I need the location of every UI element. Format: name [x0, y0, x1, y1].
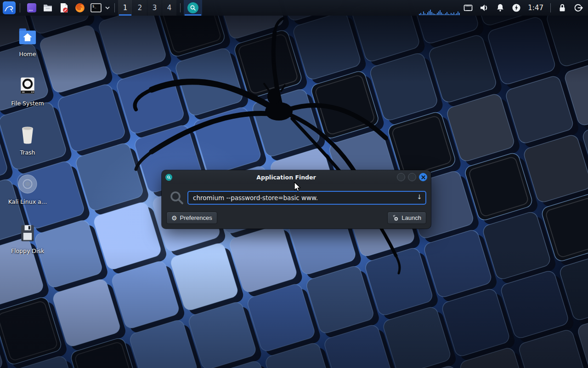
desktop-icon-home[interactable]: Home: [4, 21, 51, 70]
active-workspace-indicator: [119, 14, 131, 16]
volume-icon: [479, 2, 490, 13]
run-gears-icon: [392, 215, 399, 221]
launcher-text-editor[interactable]: [56, 0, 72, 16]
bell-icon: [495, 2, 506, 13]
application-finder-icon: [187, 2, 198, 13]
close-button[interactable]: [419, 173, 427, 181]
applications-menu-button[interactable]: [2, 0, 17, 16]
launch-button[interactable]: Launch: [387, 212, 426, 224]
desktop-icon-label: Home: [19, 51, 36, 58]
desktop-icon-grid: Home File System Trash: [4, 21, 51, 267]
desktop-icon-file-system[interactable]: File System: [4, 70, 51, 120]
preferences-button[interactable]: ⚙ Preferences: [166, 212, 217, 224]
panel-separator: [550, 3, 551, 12]
desktop-icon-label: Trash: [20, 149, 35, 156]
desktop-icon-label: Floppy Disk: [11, 247, 44, 254]
window-app-icon: [165, 174, 175, 181]
cpu-graph[interactable]: [418, 0, 460, 16]
volume-tray-button[interactable]: [476, 0, 492, 16]
workspace-label: 2: [138, 4, 142, 12]
minimize-button[interactable]: [397, 173, 405, 181]
lock-screen-button[interactable]: [554, 0, 570, 16]
application-finder-window: Application Finder ↓ ⚙ Preferences: [162, 170, 431, 229]
power-manager-tray-button[interactable]: [508, 0, 524, 16]
panel-separator: [20, 3, 20, 12]
workspace-label: 3: [153, 4, 157, 12]
chevron-down-icon: [105, 6, 110, 10]
kali-logo-icon: [3, 1, 16, 14]
svg-text:$_: $_: [92, 5, 96, 8]
desktop-icon-label: File System: [11, 100, 44, 107]
app-window-icon: [26, 2, 37, 13]
launcher-terminal[interactable]: $_: [88, 0, 104, 16]
panel-separator: [180, 3, 181, 12]
workspace-label: 4: [167, 4, 172, 12]
home-folder-icon: [17, 25, 38, 48]
active-window-indicator: [185, 14, 201, 16]
text-editor-icon: [58, 2, 69, 13]
workspace-1[interactable]: 1: [118, 0, 132, 16]
logout-icon: [573, 2, 584, 13]
workspace-3[interactable]: 3: [147, 0, 162, 16]
firefox-icon: [74, 2, 85, 13]
logout-button[interactable]: [570, 0, 586, 16]
command-input[interactable]: [187, 191, 426, 205]
launcher-app-window[interactable]: [23, 0, 40, 16]
search-icon: [166, 190, 187, 205]
launch-label: Launch: [401, 214, 421, 221]
clock[interactable]: 1:47: [524, 4, 547, 12]
terminal-icon: $_: [90, 2, 102, 13]
trash-can-icon: [17, 123, 38, 146]
desktop-icon-trash[interactable]: Trash: [4, 120, 51, 169]
desktop-icon-kali-cd[interactable]: Kali Linux a…: [4, 169, 51, 218]
taskbar-application-finder[interactable]: [184, 0, 202, 16]
preferences-label: Preferences: [180, 214, 212, 221]
workspace-2[interactable]: 2: [133, 0, 147, 16]
window-title: Application Finder: [175, 174, 397, 181]
desktop-icon-floppy-disk[interactable]: Floppy Disk: [4, 218, 51, 267]
floppy-disk-icon: [17, 222, 38, 245]
launcher-dropdown-arrow[interactable]: [104, 0, 111, 16]
lock-icon: [557, 2, 568, 13]
notifications-tray-button[interactable]: [492, 0, 508, 16]
launcher-file-manager[interactable]: [40, 0, 56, 16]
gear-icon: ⚙: [171, 215, 177, 221]
desktop-icon-label: Kali Linux a…: [8, 198, 47, 205]
maximize-button[interactable]: [408, 173, 416, 181]
panel-separator: [114, 3, 115, 12]
workspace-label: 1: [123, 4, 128, 12]
network-tray-button[interactable]: [460, 0, 476, 16]
cd-disc-icon: [17, 172, 38, 196]
network-icon: [463, 2, 474, 13]
titlebar[interactable]: Application Finder: [162, 170, 431, 184]
top-panel: $_ 1 2 3 4: [0, 0, 588, 16]
workspace-4[interactable]: 4: [162, 0, 176, 16]
power-bolt-icon: [511, 2, 522, 13]
hard-disk-icon: [17, 74, 38, 97]
file-manager-icon: [42, 2, 53, 13]
launcher-firefox[interactable]: [72, 0, 88, 16]
close-icon: [421, 175, 425, 179]
